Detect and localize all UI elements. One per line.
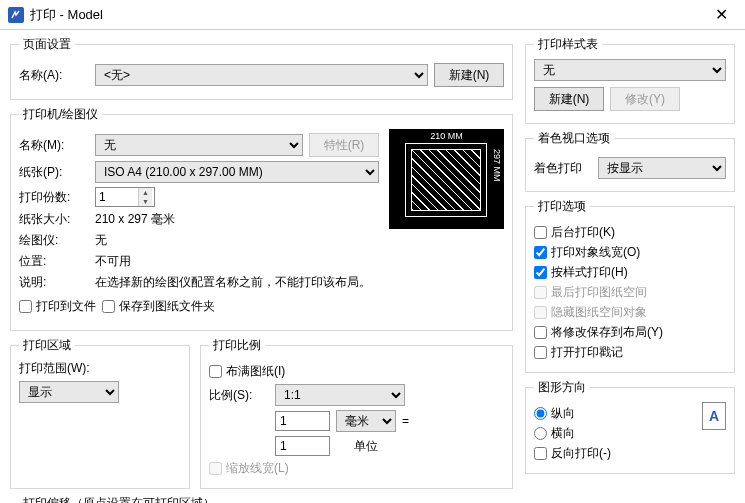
paper-label: 纸张(P): (19, 164, 89, 181)
desc-value: 在选择新的绘图仪配置名称之前，不能打印该布局。 (95, 274, 371, 291)
paper-preview: 210 MM 297 MM (389, 129, 504, 229)
plot-options-legend: 打印选项 (534, 198, 590, 215)
style-new-button[interactable]: 新建(N) (534, 87, 604, 111)
shade-select[interactable]: 按显示 (598, 157, 726, 179)
opt-bystyle-check[interactable]: 按样式打印(H) (534, 264, 726, 281)
plot-area-legend: 打印区域 (19, 337, 75, 354)
ratio-select[interactable]: 1:1 (275, 384, 405, 406)
plotter-value: 无 (95, 232, 107, 249)
loc-value: 不可用 (95, 253, 131, 270)
loc-label: 位置: (19, 253, 89, 270)
opt-save-layout-check[interactable]: 将修改保存到布局(Y) (534, 324, 726, 341)
papersize-label: 纸张大小: (19, 211, 89, 228)
plot-options-group: 打印选项 后台打印(K) 打印对象线宽(O) 按样式打印(H) 最后打印图纸空间… (525, 198, 735, 373)
plot-scale-group: 打印比例 布满图纸(I) 比例(S): 1:1 毫米 = 单位 缩放线宽 (200, 337, 513, 489)
scale-unit-select[interactable]: 毫米 (336, 410, 396, 432)
close-button[interactable]: ✕ (701, 1, 741, 29)
page-new-button[interactable]: 新建(N) (434, 63, 504, 87)
opt-background-check[interactable]: 后台打印(K) (534, 224, 726, 241)
fit-check[interactable]: 布满图纸(I) (209, 363, 504, 380)
plotter-label: 绘图仪: (19, 232, 89, 249)
scale-den-input[interactable] (275, 436, 330, 456)
page-setup-group: 页面设置 名称(A): <无> 新建(N) (10, 36, 513, 100)
portrait-radio[interactable]: 纵向 (534, 405, 702, 422)
paper-select[interactable]: ISO A4 (210.00 x 297.00 MM) (95, 161, 379, 183)
preview-width-label: 210 MM (389, 131, 504, 141)
scale-lineweight-check: 缩放线宽(L) (209, 460, 504, 477)
desc-label: 说明: (19, 274, 89, 291)
plot-offset-legend: 打印偏移（原点设置在可打印区域） (19, 495, 219, 503)
spin-up-icon[interactable]: ▲ (139, 188, 152, 197)
opt-stamp-check[interactable]: 打开打印戳记 (534, 344, 726, 361)
equals-label: = (402, 414, 409, 428)
scale-num-input[interactable] (275, 411, 330, 431)
plot-scale-legend: 打印比例 (209, 337, 265, 354)
printer-name-select[interactable]: 无 (95, 134, 303, 156)
plot-style-group: 打印样式表 无 新建(N) 修改(Y) (525, 36, 735, 124)
copies-label: 打印份数: (19, 189, 89, 206)
page-setup-legend: 页面设置 (19, 36, 75, 53)
app-icon (8, 7, 24, 23)
unit-label: 单位 (354, 438, 378, 455)
style-modify-button: 修改(Y) (610, 87, 680, 111)
window-title: 打印 - Model (30, 6, 701, 24)
shaded-viewport-legend: 着色视口选项 (534, 130, 614, 147)
preview-height-label: 297 MM (492, 149, 502, 182)
spin-down-icon[interactable]: ▼ (139, 197, 152, 206)
scope-select[interactable]: 显示 (19, 381, 119, 403)
printer-legend: 打印机/绘图仪 (19, 106, 102, 123)
landscape-radio[interactable]: 横向 (534, 425, 702, 442)
copies-input[interactable] (96, 188, 138, 206)
upside-down-check[interactable]: 反向打印(-) (534, 445, 702, 462)
opt-lineweight-check[interactable]: 打印对象线宽(O) (534, 244, 726, 261)
printer-props-button: 特性(R) (309, 133, 379, 157)
title-bar: 打印 - Model ✕ (0, 0, 745, 30)
plot-style-legend: 打印样式表 (534, 36, 602, 53)
opt-paperspace-last-check: 最后打印图纸空间 (534, 284, 726, 301)
scope-label: 打印范围(W): (19, 360, 181, 377)
shaded-viewport-group: 着色视口选项 着色打印 按显示 (525, 130, 735, 192)
page-name-label: 名称(A): (19, 67, 89, 84)
orientation-icon: A (702, 402, 726, 430)
printer-group: 打印机/绘图仪 名称(M): 无 特性(R) 纸张(P): ISO A4 (21… (10, 106, 513, 331)
shade-label: 着色打印 (534, 160, 582, 177)
ratio-label: 比例(S): (209, 387, 269, 404)
page-name-select[interactable]: <无> (95, 64, 428, 86)
papersize-value: 210 x 297 毫米 (95, 211, 175, 228)
printer-name-label: 名称(M): (19, 137, 89, 154)
plot-style-select[interactable]: 无 (534, 59, 726, 81)
opt-hide-paperspace-check: 隐藏图纸空间对象 (534, 304, 726, 321)
plot-offset-group: 打印偏移（原点设置在可打印区域） X: 毫米 Y: 毫米 居中打印(C) (10, 495, 513, 503)
copies-spinner[interactable]: ▲▼ (95, 187, 155, 207)
orientation-group: 图形方向 纵向 横向 反向打印(-) A (525, 379, 735, 474)
print-to-file-check[interactable]: 打印到文件 (19, 298, 96, 315)
orientation-legend: 图形方向 (534, 379, 590, 396)
save-to-paper-check[interactable]: 保存到图纸文件夹 (102, 298, 215, 315)
plot-area-group: 打印区域 打印范围(W): 显示 (10, 337, 190, 489)
